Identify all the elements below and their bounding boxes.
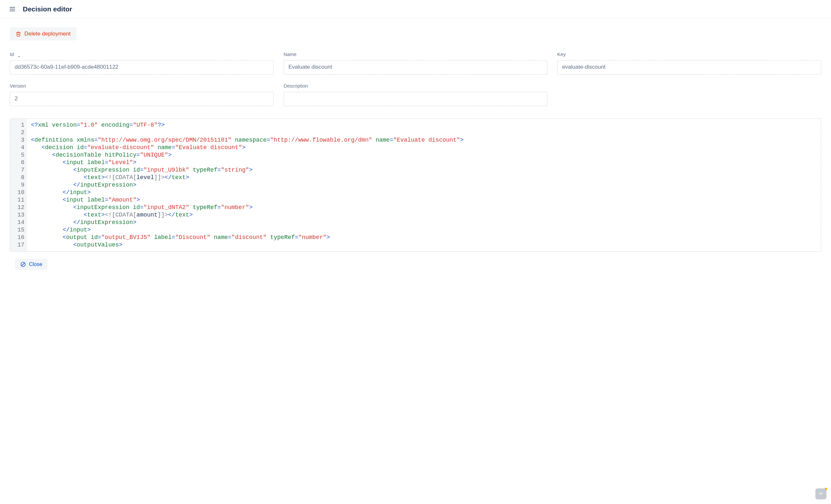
- line-number: 1: [13, 121, 24, 129]
- line-number: 9: [13, 181, 24, 189]
- xml-editor[interactable]: 1234567891011121314151617 <?xml version=…: [10, 119, 821, 252]
- content: Delete deployment Id · dd36573c-60a9-11e…: [0, 18, 831, 504]
- line-number: 7: [13, 167, 24, 174]
- svg-line-4: [22, 263, 24, 266]
- label-id: Id ·: [10, 52, 274, 57]
- menu-button[interactable]: [6, 3, 18, 15]
- label-description: Description: [284, 83, 548, 89]
- page-title: Decision editor: [23, 5, 72, 13]
- code-line[interactable]: <text><![CDATA[level]]></text>: [31, 174, 817, 181]
- line-number: 2: [13, 129, 24, 137]
- field-name: Name Evaluate discount: [284, 52, 548, 75]
- value-id: dd36573c-60a9-11ef-b909-acde48001122: [10, 60, 274, 75]
- form-grid: Id · dd36573c-60a9-11ef-b909-acde4800112…: [10, 52, 821, 106]
- line-number: 17: [13, 241, 24, 249]
- code-line[interactable]: <definitions xmlns="http://www.omg.org/s…: [31, 137, 817, 144]
- line-gutter: 1234567891011121314151617: [10, 119, 27, 251]
- field-description: Description: [284, 83, 548, 106]
- code-line[interactable]: </inputExpression>: [31, 181, 817, 189]
- code-line[interactable]: <decisionTable hitPolicy="UNIQUE">: [31, 151, 817, 159]
- app-root: Decision editor Delete deployment Id · d…: [0, 0, 831, 504]
- field-id: Id · dd36573c-60a9-11ef-b909-acde4800112…: [10, 52, 274, 75]
- line-number: 5: [13, 151, 24, 159]
- code-line[interactable]: <input label="Amount">: [31, 196, 817, 204]
- label-key: Key: [557, 52, 821, 57]
- line-number: 3: [13, 137, 24, 144]
- label-name: Name: [284, 52, 548, 57]
- line-number: 14: [13, 219, 24, 226]
- label-version: Version: [10, 83, 274, 89]
- close-button[interactable]: Close: [15, 259, 48, 270]
- close-label: Close: [29, 262, 42, 267]
- field-version: Version 2: [10, 83, 274, 106]
- required-indicator: ·: [15, 51, 21, 61]
- footer: Close: [10, 252, 821, 277]
- value-description: [284, 92, 548, 106]
- code-line[interactable]: <input label="Level">: [31, 159, 817, 167]
- code-line[interactable]: <text><![CDATA[amount]]></text>: [31, 211, 817, 219]
- line-number: 4: [13, 144, 24, 151]
- line-number: 8: [13, 174, 24, 181]
- code-area[interactable]: <?xml version="1.0" encoding="UTF-8"?><d…: [27, 119, 821, 251]
- code-line[interactable]: </input>: [31, 189, 817, 196]
- line-number: 10: [13, 189, 24, 196]
- code-line[interactable]: [31, 129, 817, 137]
- line-number: 12: [13, 204, 24, 211]
- field-key: Key evaluate-discount: [557, 52, 821, 75]
- cancel-icon: [20, 262, 26, 267]
- line-number: 15: [13, 226, 24, 234]
- value-version: 2: [10, 92, 274, 106]
- line-number: 6: [13, 159, 24, 167]
- code-line[interactable]: <decision id="evaluate-discount" name="E…: [31, 144, 817, 151]
- delete-deployment-button[interactable]: Delete deployment: [10, 27, 77, 40]
- code-line[interactable]: </inputExpression>: [31, 219, 817, 226]
- trash-icon: [16, 31, 21, 37]
- assistant-widget[interactable]: [815, 488, 826, 499]
- delete-deployment-label: Delete deployment: [24, 31, 71, 37]
- line-number: 11: [13, 196, 24, 204]
- code-line[interactable]: <inputExpression id="input_U9lbk" typeRe…: [31, 167, 817, 174]
- line-number: 13: [13, 211, 24, 219]
- value-name: Evaluate discount: [284, 60, 548, 75]
- code-line[interactable]: <output id="output_BV1J5" label="Discoun…: [31, 234, 817, 241]
- line-number: 16: [13, 234, 24, 241]
- code-line[interactable]: <outputValues>: [31, 241, 817, 249]
- code-line[interactable]: <?xml version="1.0" encoding="UTF-8"?>: [31, 121, 817, 129]
- value-key: evaluate-discount: [557, 60, 821, 75]
- menu-icon: [9, 5, 16, 13]
- code-line[interactable]: </input>: [31, 226, 817, 234]
- assistant-icon: [818, 491, 824, 497]
- topbar: Decision editor: [0, 0, 831, 18]
- code-line[interactable]: <inputExpression id="input_dNTA2" typeRe…: [31, 204, 817, 211]
